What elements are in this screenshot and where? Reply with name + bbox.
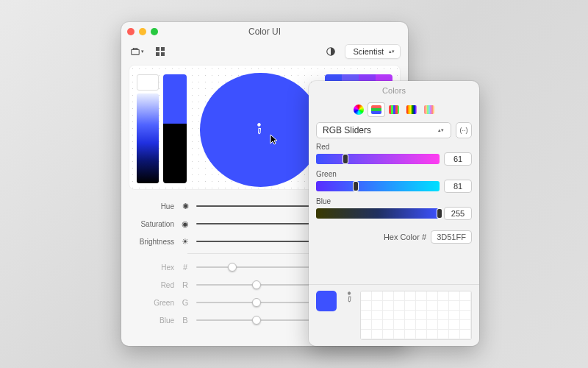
svg-rect-4	[161, 52, 165, 56]
slider-label: Hex	[132, 263, 174, 272]
swatch-cell[interactable]	[361, 320, 372, 330]
swatch-cell[interactable]	[427, 320, 438, 330]
chevron-updown-icon: ▴▾	[437, 129, 445, 132]
swatch-cell[interactable]	[438, 320, 449, 330]
slider-thumb[interactable]	[228, 263, 237, 272]
slider-icon: B	[180, 316, 190, 325]
tab-pencils[interactable]	[421, 103, 437, 116]
swatch-cell[interactable]	[438, 330, 449, 339]
slider-thumb[interactable]	[252, 280, 261, 289]
rgb-thumb-green[interactable]	[354, 182, 358, 191]
colors-titlebar[interactable]: Colors	[309, 81, 479, 100]
zoom-icon[interactable]	[151, 28, 158, 35]
sliders-icon	[371, 105, 381, 114]
rgb-slider-red[interactable]	[316, 154, 440, 164]
tab-wheel[interactable]	[351, 103, 367, 116]
swatch-cell[interactable]	[460, 301, 471, 311]
rgb-thumb-red[interactable]	[343, 155, 348, 163]
eyedropper-button[interactable]	[340, 289, 357, 305]
tab-image[interactable]	[404, 103, 420, 116]
swatch-cell[interactable]	[372, 301, 383, 311]
color-options-button[interactable]: (∙∙)	[456, 122, 472, 138]
slider-mode-popup[interactable]: RGB Sliders ▴▾	[316, 122, 451, 138]
swatch-cell[interactable]	[427, 311, 438, 320]
swatch-cell[interactable]	[449, 301, 460, 311]
swatch-cell[interactable]	[394, 301, 405, 311]
rgb-value-green[interactable]: 81	[444, 180, 472, 193]
swatch-white[interactable]	[137, 74, 159, 91]
rgb-slider-green[interactable]	[316, 181, 440, 191]
swatch-cell[interactable]	[427, 330, 438, 339]
library-button[interactable]: ▾	[129, 44, 145, 59]
slider-label: Hue	[132, 202, 174, 210]
slider-thumb[interactable]	[252, 316, 261, 325]
swatch-cell[interactable]	[394, 311, 405, 320]
close-icon[interactable]	[127, 28, 135, 35]
swatch-cell[interactable]	[372, 330, 383, 339]
swatch-cell[interactable]	[438, 311, 449, 320]
slider-icon: G	[180, 298, 190, 307]
slider-label: Red	[132, 281, 174, 289]
svg-rect-0	[131, 49, 139, 54]
swatch-cell[interactable]	[449, 311, 460, 320]
slider-icon: ☀	[180, 237, 190, 247]
swatch-cell[interactable]	[460, 291, 471, 301]
current-color-swatch[interactable]	[316, 291, 337, 311]
swatch-cell[interactable]	[394, 291, 405, 301]
swatch-cell[interactable]	[449, 320, 460, 330]
swatch-cell[interactable]	[416, 291, 427, 301]
swatch-cell[interactable]	[361, 330, 372, 339]
swatch-cell[interactable]	[427, 291, 438, 301]
rgb-slider-blue[interactable]	[316, 208, 440, 219]
swatch-cell[interactable]	[449, 291, 460, 301]
swatch-gradient[interactable]	[137, 93, 159, 183]
swatch-cell[interactable]	[383, 291, 394, 301]
swatch-cell[interactable]	[361, 311, 372, 320]
swatch-cell[interactable]	[460, 330, 471, 339]
theme-popup[interactable]: Scientist ▴▾	[345, 44, 401, 59]
swatch-cell[interactable]	[383, 301, 394, 311]
swatch-cell[interactable]	[416, 311, 427, 320]
swatch-cell[interactable]	[405, 311, 416, 320]
swatch-cell[interactable]	[394, 330, 405, 339]
swatch-cell[interactable]	[383, 330, 394, 339]
tab-sliders[interactable]	[368, 103, 384, 116]
swatch-cell[interactable]	[394, 320, 405, 330]
hex-field[interactable]: 3D51FF	[431, 230, 472, 244]
colors-tabs	[309, 100, 479, 118]
swatch-cell[interactable]	[416, 330, 427, 339]
swatch-cell[interactable]	[460, 320, 471, 330]
swatch-cell[interactable]	[372, 311, 383, 320]
swatch-cell[interactable]	[405, 291, 416, 301]
swatch-cell[interactable]	[405, 301, 416, 311]
swatch-cell[interactable]	[438, 301, 449, 311]
grid-button[interactable]	[152, 44, 168, 59]
colors-title: Colors	[309, 86, 479, 95]
swatch-cell[interactable]	[405, 330, 416, 339]
swatch-cell[interactable]	[460, 311, 471, 320]
rgb-label-red: Red	[316, 143, 472, 151]
swatch-cell[interactable]	[449, 330, 460, 339]
swatch-cell[interactable]	[361, 301, 372, 311]
spectrum-icon	[406, 105, 417, 114]
swatch-cell[interactable]	[361, 291, 372, 301]
minimize-icon[interactable]	[139, 28, 146, 35]
rgb-value-blue[interactable]: 255	[444, 207, 472, 220]
tab-palettes[interactable]	[386, 103, 402, 116]
swatch-cell[interactable]	[405, 320, 416, 330]
swatch-cell[interactable]	[416, 301, 427, 311]
swatch-cell[interactable]	[416, 320, 427, 330]
swatch-cell[interactable]	[372, 320, 383, 330]
swatch-cell[interactable]	[383, 320, 394, 330]
appearance-button[interactable]	[323, 44, 339, 59]
slider-label: Brightness	[132, 238, 174, 246]
swatch-cell[interactable]	[372, 291, 383, 301]
rgb-value-red[interactable]: 61	[444, 152, 472, 166]
swatch-cell[interactable]	[438, 291, 449, 301]
swatch-cell[interactable]	[383, 311, 394, 320]
swatch-split[interactable]	[163, 74, 187, 183]
swatch-grid[interactable]	[360, 291, 472, 340]
swatch-cell[interactable]	[427, 301, 438, 311]
slider-thumb[interactable]	[252, 298, 261, 307]
rgb-thumb-blue[interactable]	[437, 209, 442, 218]
